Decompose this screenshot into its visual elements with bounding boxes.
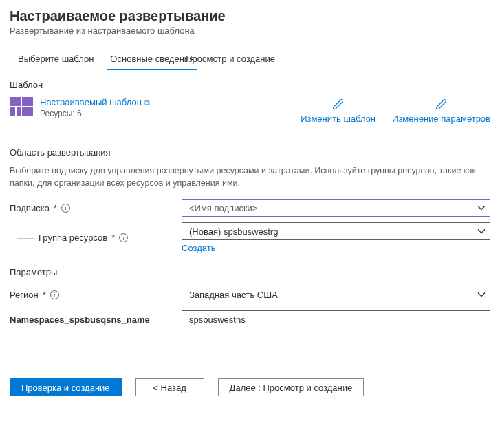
info-icon[interactable]: i: [119, 233, 128, 242]
edit-template-link[interactable]: Изменить шаблон: [301, 98, 376, 124]
scope-section-label: Область развертывания: [10, 147, 490, 158]
subscription-select[interactable]: <Имя подписки>: [182, 199, 490, 217]
template-section-label: Шаблон: [10, 80, 490, 90]
template-name-link[interactable]: Настраиваемый шаблон⧉: [40, 97, 150, 107]
pencil-icon: [435, 98, 448, 111]
namespace-label: Namespaces_spsbusqsns_name: [10, 314, 182, 325]
chevron-down-icon: [477, 227, 486, 235]
template-icon: [10, 97, 33, 116]
external-link-icon: ⧉: [144, 98, 150, 107]
parameters-section-label: Параметры: [10, 267, 490, 277]
info-icon[interactable]: i: [50, 290, 59, 299]
resource-group-label: Группа ресурсов * i: [39, 233, 182, 243]
chevron-down-icon: [477, 204, 486, 212]
tabs: Выберите шаблон Основные сведения Просмо…: [10, 50, 490, 70]
resource-group-select[interactable]: (Новая) spsbuswestrg: [182, 222, 490, 240]
template-resources: Ресурсы: 6: [40, 109, 150, 118]
page-subtitle: Развертывание из настраиваемого шаблона: [10, 25, 490, 36]
tab-review-create[interactable]: Просмотр и создание: [177, 50, 283, 70]
tree-connector: [10, 222, 39, 253]
namespace-input-wrapper: [182, 310, 490, 328]
page-title: Настраиваемое развертывание: [10, 8, 490, 24]
back-button[interactable]: < Назад: [135, 378, 204, 396]
tab-select-template[interactable]: Выберите шаблон: [10, 50, 102, 70]
scope-description: Выберите подписку для управления разверн…: [10, 164, 490, 189]
next-button[interactable]: Далее : Просмотр и создание: [218, 378, 365, 396]
footer: Проверка и создание < Назад Далее : Прос…: [0, 370, 500, 405]
region-select[interactable]: Западная часть США: [182, 286, 490, 303]
pencil-icon: [332, 98, 345, 111]
edit-parameters-link[interactable]: Изменение параметров: [392, 98, 490, 124]
subscription-label: Подписка * i: [10, 203, 182, 213]
create-new-link[interactable]: Создать: [182, 243, 215, 253]
namespace-input[interactable]: [189, 314, 486, 325]
chevron-down-icon: [477, 290, 486, 299]
region-label: Регион * i: [10, 290, 182, 300]
info-icon[interactable]: i: [61, 204, 70, 213]
review-create-button[interactable]: Проверка и создание: [10, 378, 122, 396]
